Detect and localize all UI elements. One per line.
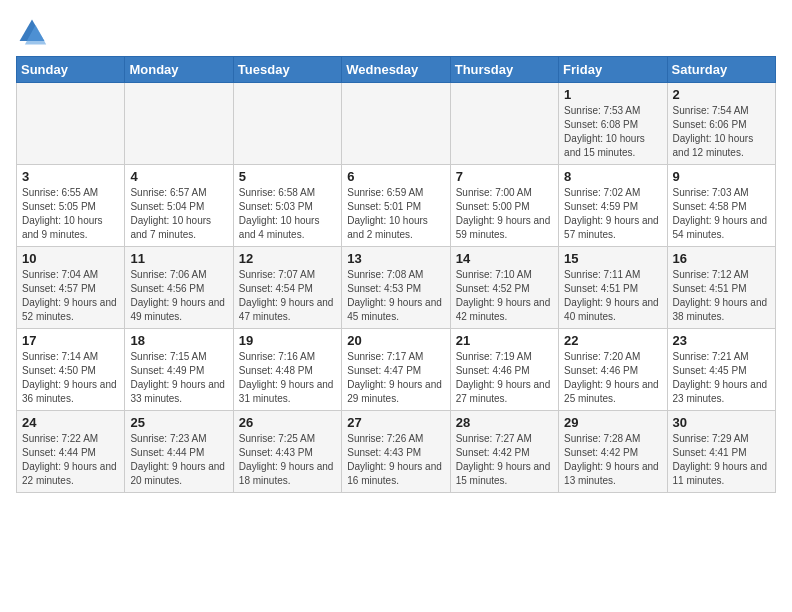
day-number: 16 bbox=[673, 251, 770, 266]
day-info: Sunrise: 7:20 AM Sunset: 4:46 PM Dayligh… bbox=[564, 350, 661, 406]
day-number: 25 bbox=[130, 415, 227, 430]
day-info: Sunrise: 7:08 AM Sunset: 4:53 PM Dayligh… bbox=[347, 268, 444, 324]
logo bbox=[16, 16, 52, 48]
day-info: Sunrise: 7:00 AM Sunset: 5:00 PM Dayligh… bbox=[456, 186, 553, 242]
day-info: Sunrise: 7:53 AM Sunset: 6:08 PM Dayligh… bbox=[564, 104, 661, 160]
calendar-cell: 23Sunrise: 7:21 AM Sunset: 4:45 PM Dayli… bbox=[667, 329, 775, 411]
day-info: Sunrise: 7:10 AM Sunset: 4:52 PM Dayligh… bbox=[456, 268, 553, 324]
calendar-cell: 27Sunrise: 7:26 AM Sunset: 4:43 PM Dayli… bbox=[342, 411, 450, 493]
calendar-cell: 25Sunrise: 7:23 AM Sunset: 4:44 PM Dayli… bbox=[125, 411, 233, 493]
calendar-cell: 29Sunrise: 7:28 AM Sunset: 4:42 PM Dayli… bbox=[559, 411, 667, 493]
day-number: 23 bbox=[673, 333, 770, 348]
calendar-cell: 24Sunrise: 7:22 AM Sunset: 4:44 PM Dayli… bbox=[17, 411, 125, 493]
week-row-4: 17Sunrise: 7:14 AM Sunset: 4:50 PM Dayli… bbox=[17, 329, 776, 411]
day-info: Sunrise: 7:16 AM Sunset: 4:48 PM Dayligh… bbox=[239, 350, 336, 406]
calendar-cell: 1Sunrise: 7:53 AM Sunset: 6:08 PM Daylig… bbox=[559, 83, 667, 165]
week-row-3: 10Sunrise: 7:04 AM Sunset: 4:57 PM Dayli… bbox=[17, 247, 776, 329]
week-row-1: 1Sunrise: 7:53 AM Sunset: 6:08 PM Daylig… bbox=[17, 83, 776, 165]
day-number: 8 bbox=[564, 169, 661, 184]
day-number: 28 bbox=[456, 415, 553, 430]
column-header-sunday: Sunday bbox=[17, 57, 125, 83]
column-header-tuesday: Tuesday bbox=[233, 57, 341, 83]
calendar-cell: 4Sunrise: 6:57 AM Sunset: 5:04 PM Daylig… bbox=[125, 165, 233, 247]
day-number: 2 bbox=[673, 87, 770, 102]
day-number: 5 bbox=[239, 169, 336, 184]
day-info: Sunrise: 7:54 AM Sunset: 6:06 PM Dayligh… bbox=[673, 104, 770, 160]
calendar-cell: 11Sunrise: 7:06 AM Sunset: 4:56 PM Dayli… bbox=[125, 247, 233, 329]
calendar-cell: 5Sunrise: 6:58 AM Sunset: 5:03 PM Daylig… bbox=[233, 165, 341, 247]
logo-icon bbox=[16, 16, 48, 48]
day-info: Sunrise: 7:15 AM Sunset: 4:49 PM Dayligh… bbox=[130, 350, 227, 406]
calendar-cell bbox=[233, 83, 341, 165]
day-number: 24 bbox=[22, 415, 119, 430]
calendar-header-row: SundayMondayTuesdayWednesdayThursdayFrid… bbox=[17, 57, 776, 83]
calendar-cell: 26Sunrise: 7:25 AM Sunset: 4:43 PM Dayli… bbox=[233, 411, 341, 493]
day-info: Sunrise: 7:02 AM Sunset: 4:59 PM Dayligh… bbox=[564, 186, 661, 242]
calendar-cell: 17Sunrise: 7:14 AM Sunset: 4:50 PM Dayli… bbox=[17, 329, 125, 411]
day-info: Sunrise: 7:29 AM Sunset: 4:41 PM Dayligh… bbox=[673, 432, 770, 488]
calendar-table: SundayMondayTuesdayWednesdayThursdayFrid… bbox=[16, 56, 776, 493]
day-info: Sunrise: 7:28 AM Sunset: 4:42 PM Dayligh… bbox=[564, 432, 661, 488]
calendar-cell: 6Sunrise: 6:59 AM Sunset: 5:01 PM Daylig… bbox=[342, 165, 450, 247]
calendar-cell: 12Sunrise: 7:07 AM Sunset: 4:54 PM Dayli… bbox=[233, 247, 341, 329]
calendar-cell: 10Sunrise: 7:04 AM Sunset: 4:57 PM Dayli… bbox=[17, 247, 125, 329]
day-number: 3 bbox=[22, 169, 119, 184]
calendar-cell bbox=[125, 83, 233, 165]
day-info: Sunrise: 7:22 AM Sunset: 4:44 PM Dayligh… bbox=[22, 432, 119, 488]
day-number: 9 bbox=[673, 169, 770, 184]
day-number: 21 bbox=[456, 333, 553, 348]
day-info: Sunrise: 7:11 AM Sunset: 4:51 PM Dayligh… bbox=[564, 268, 661, 324]
calendar-cell: 13Sunrise: 7:08 AM Sunset: 4:53 PM Dayli… bbox=[342, 247, 450, 329]
calendar-cell: 20Sunrise: 7:17 AM Sunset: 4:47 PM Dayli… bbox=[342, 329, 450, 411]
day-number: 4 bbox=[130, 169, 227, 184]
day-info: Sunrise: 7:17 AM Sunset: 4:47 PM Dayligh… bbox=[347, 350, 444, 406]
day-number: 27 bbox=[347, 415, 444, 430]
day-info: Sunrise: 7:19 AM Sunset: 4:46 PM Dayligh… bbox=[456, 350, 553, 406]
day-info: Sunrise: 7:26 AM Sunset: 4:43 PM Dayligh… bbox=[347, 432, 444, 488]
day-number: 14 bbox=[456, 251, 553, 266]
day-info: Sunrise: 7:06 AM Sunset: 4:56 PM Dayligh… bbox=[130, 268, 227, 324]
day-info: Sunrise: 7:07 AM Sunset: 4:54 PM Dayligh… bbox=[239, 268, 336, 324]
calendar-cell: 19Sunrise: 7:16 AM Sunset: 4:48 PM Dayli… bbox=[233, 329, 341, 411]
page-header bbox=[16, 16, 776, 48]
day-number: 15 bbox=[564, 251, 661, 266]
column-header-wednesday: Wednesday bbox=[342, 57, 450, 83]
week-row-5: 24Sunrise: 7:22 AM Sunset: 4:44 PM Dayli… bbox=[17, 411, 776, 493]
day-info: Sunrise: 7:21 AM Sunset: 4:45 PM Dayligh… bbox=[673, 350, 770, 406]
calendar-cell bbox=[450, 83, 558, 165]
day-number: 17 bbox=[22, 333, 119, 348]
day-number: 20 bbox=[347, 333, 444, 348]
day-number: 12 bbox=[239, 251, 336, 266]
day-info: Sunrise: 7:04 AM Sunset: 4:57 PM Dayligh… bbox=[22, 268, 119, 324]
calendar-cell: 22Sunrise: 7:20 AM Sunset: 4:46 PM Dayli… bbox=[559, 329, 667, 411]
column-header-thursday: Thursday bbox=[450, 57, 558, 83]
day-info: Sunrise: 7:27 AM Sunset: 4:42 PM Dayligh… bbox=[456, 432, 553, 488]
column-header-saturday: Saturday bbox=[667, 57, 775, 83]
calendar-cell: 2Sunrise: 7:54 AM Sunset: 6:06 PM Daylig… bbox=[667, 83, 775, 165]
week-row-2: 3Sunrise: 6:55 AM Sunset: 5:05 PM Daylig… bbox=[17, 165, 776, 247]
day-info: Sunrise: 7:03 AM Sunset: 4:58 PM Dayligh… bbox=[673, 186, 770, 242]
column-header-monday: Monday bbox=[125, 57, 233, 83]
calendar-cell: 18Sunrise: 7:15 AM Sunset: 4:49 PM Dayli… bbox=[125, 329, 233, 411]
day-number: 30 bbox=[673, 415, 770, 430]
day-number: 26 bbox=[239, 415, 336, 430]
day-info: Sunrise: 7:25 AM Sunset: 4:43 PM Dayligh… bbox=[239, 432, 336, 488]
day-number: 18 bbox=[130, 333, 227, 348]
day-number: 1 bbox=[564, 87, 661, 102]
calendar-cell: 9Sunrise: 7:03 AM Sunset: 4:58 PM Daylig… bbox=[667, 165, 775, 247]
calendar-cell: 16Sunrise: 7:12 AM Sunset: 4:51 PM Dayli… bbox=[667, 247, 775, 329]
calendar-cell: 28Sunrise: 7:27 AM Sunset: 4:42 PM Dayli… bbox=[450, 411, 558, 493]
day-info: Sunrise: 7:12 AM Sunset: 4:51 PM Dayligh… bbox=[673, 268, 770, 324]
calendar-cell bbox=[342, 83, 450, 165]
day-info: Sunrise: 6:59 AM Sunset: 5:01 PM Dayligh… bbox=[347, 186, 444, 242]
day-number: 19 bbox=[239, 333, 336, 348]
calendar-body: 1Sunrise: 7:53 AM Sunset: 6:08 PM Daylig… bbox=[17, 83, 776, 493]
day-info: Sunrise: 6:57 AM Sunset: 5:04 PM Dayligh… bbox=[130, 186, 227, 242]
day-number: 11 bbox=[130, 251, 227, 266]
calendar-cell: 30Sunrise: 7:29 AM Sunset: 4:41 PM Dayli… bbox=[667, 411, 775, 493]
calendar-cell: 7Sunrise: 7:00 AM Sunset: 5:00 PM Daylig… bbox=[450, 165, 558, 247]
day-number: 22 bbox=[564, 333, 661, 348]
day-info: Sunrise: 6:58 AM Sunset: 5:03 PM Dayligh… bbox=[239, 186, 336, 242]
day-number: 10 bbox=[22, 251, 119, 266]
calendar-cell bbox=[17, 83, 125, 165]
